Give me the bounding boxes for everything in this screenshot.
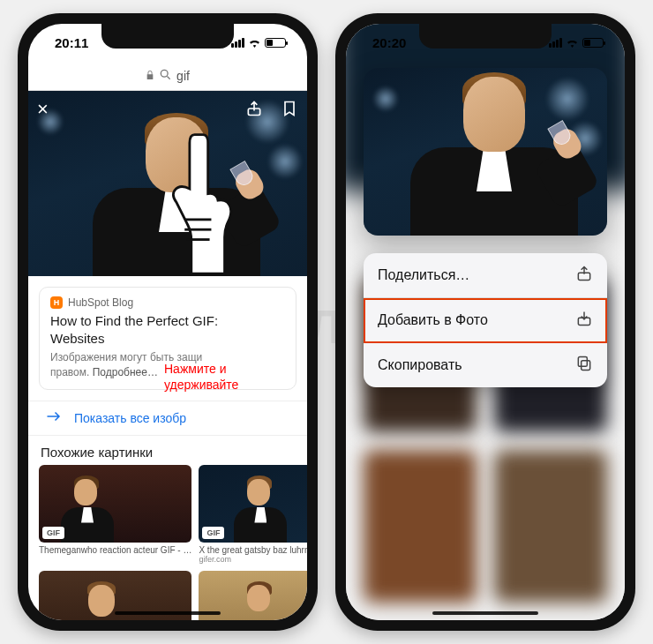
context-menu-preview[interactable] <box>364 68 607 236</box>
card-desc2: правом. <box>50 366 89 378</box>
show-all-button[interactable]: Показать все изобр <box>28 401 307 436</box>
svg-point-0 <box>161 70 168 77</box>
battery-icon <box>265 38 286 48</box>
menu-item-copy[interactable]: Скопировать <box>364 343 607 387</box>
menu-item-label: Добавить в Фото <box>378 312 488 328</box>
battery-icon <box>582 38 604 48</box>
notch <box>101 24 234 49</box>
download-icon <box>575 310 593 331</box>
bookmark-icon[interactable] <box>281 100 298 121</box>
card-title-line2: Websites <box>50 331 104 346</box>
related-thumb[interactable]: GIF Themeganwho reaction acteur GIF - … <box>39 465 191 564</box>
wifi-icon <box>248 35 261 50</box>
search-icon <box>160 69 171 83</box>
thumb-source: gifer.com <box>199 555 307 564</box>
home-indicator[interactable] <box>432 611 538 615</box>
share-icon[interactable] <box>245 100 263 121</box>
tutorial-hand-overlay: Нажмите и удерживайте <box>168 128 274 393</box>
thumb-caption: Themeganwho reaction acteur GIF - … <box>39 545 191 555</box>
cellular-icon <box>549 38 562 48</box>
show-all-label: Показать все изобр <box>74 411 186 425</box>
wifi-icon <box>566 35 579 50</box>
lock-icon <box>146 69 154 83</box>
cellular-icon <box>231 38 244 48</box>
menu-item-share[interactable]: Поделиться… <box>364 253 607 298</box>
url-bar[interactable]: gif <box>28 61 307 91</box>
gif-badge: GIF <box>202 527 224 539</box>
share-icon <box>575 265 593 286</box>
gif-badge: GIF <box>42 527 64 539</box>
related-thumb[interactable]: GIF X the great gatsby baz luhrmann GIF…… <box>199 465 307 564</box>
section-title: Похожие картинки <box>28 436 307 465</box>
svg-rect-8 <box>582 361 590 371</box>
menu-item-label: Скопировать <box>378 357 462 373</box>
context-menu: Поделиться… Добавить в Фото Скопировать <box>364 253 607 387</box>
tutorial-label-line1: Нажмите и <box>164 362 226 376</box>
status-time: 20:20 <box>372 35 406 50</box>
related-grid: GIF Themeganwho reaction acteur GIF - … … <box>28 465 307 620</box>
thumb-caption: X the great gatsby baz luhrmann GIF… <box>199 545 307 555</box>
card-more-link[interactable]: Подробнее… <box>93 366 158 378</box>
svg-rect-9 <box>578 357 587 367</box>
url-text: gif <box>176 69 190 83</box>
source-name: HubSpot Blog <box>68 296 133 309</box>
menu-item-add-to-photos[interactable]: Добавить в Фото <box>364 298 607 343</box>
phone-mockup-left: 20:11 gif <box>18 13 318 631</box>
notch <box>419 24 552 49</box>
copy-icon <box>575 355 593 376</box>
close-button[interactable]: × <box>37 100 49 121</box>
arrow-right-icon <box>46 410 62 425</box>
status-time: 20:11 <box>55 35 88 50</box>
source-favicon: H <box>50 296 63 309</box>
phone-mockup-right: 20:20 <box>335 13 635 631</box>
menu-item-label: Поделиться… <box>378 267 469 283</box>
home-indicator[interactable] <box>115 611 221 615</box>
svg-line-1 <box>168 76 170 79</box>
tutorial-label-line2: удерживайте <box>164 378 238 392</box>
